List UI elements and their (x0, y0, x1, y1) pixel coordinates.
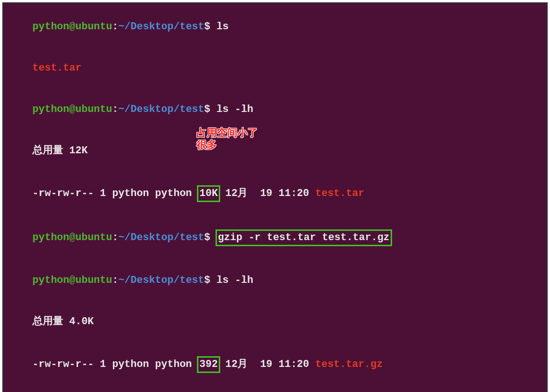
ls-date: 12月 19 11:20 (219, 359, 315, 370)
command-text: ls -lh (210, 104, 253, 115)
output-text: 总用量 4.0K (33, 316, 94, 327)
prompt-user: python@ubuntu (33, 21, 112, 33)
prompt-path: ~/Desktop/test (118, 21, 204, 33)
file-size-highlight: 392 (197, 356, 220, 373)
prompt-sep: : (112, 232, 118, 243)
file-name: test.tar (33, 62, 82, 74)
command-text: ls (210, 21, 229, 33)
prompt-dollar: $ (204, 232, 210, 243)
terminal-output: -rw-rw-r-- 1 python python 392 12月 19 11… (8, 343, 542, 387)
file-size-highlight: 10K (197, 185, 220, 202)
terminal-panel-1: python@ubuntu:~/Desktop/test$ ls test.ta… (2, 2, 548, 392)
terminal-line[interactable]: python@ubuntu:~/Desktop/test$ ls (8, 6, 542, 47)
ls-perms: -rw-rw-r-- 1 python python (33, 359, 198, 370)
prompt-sep: : (112, 274, 118, 286)
terminal-line[interactable]: python@ubuntu:~/Desktop/test$ ls -lh (8, 89, 542, 130)
ls-date: 12月 19 11:20 (219, 188, 315, 199)
prompt-sep: : (112, 104, 118, 115)
ls-perms: -rw-rw-r-- 1 python python (33, 188, 198, 199)
output-text: 总用量 12K (33, 145, 88, 157)
annotation-space-smaller: 占用空间小了 很多 (196, 128, 258, 152)
command-text: ls -lh (210, 274, 253, 286)
terminal-output: -rw-rw-r-- 1 python python 10K 12月 19 11… (8, 171, 542, 216)
prompt-path: ~/Desktop/test (118, 232, 204, 243)
prompt-path: ~/Desktop/test (118, 274, 204, 286)
terminal-line[interactable]: python@ubuntu:~/Desktop/test$ (8, 387, 542, 392)
command-text: gzip -r test.tar test.tar.gz (210, 232, 391, 243)
terminal-output: 总用量 4.0K (8, 301, 542, 342)
prompt-sep: : (112, 21, 118, 33)
terminal-line[interactable]: python@ubuntu:~/Desktop/test$ ls -lh (8, 260, 542, 301)
prompt-user: python@ubuntu (33, 104, 112, 115)
prompt-user: python@ubuntu (33, 232, 112, 243)
terminal-output: test.tar (8, 47, 542, 89)
prompt-dollar: $ (204, 274, 210, 286)
command-highlight: gzip -r test.tar test.tar.gz (216, 229, 392, 246)
terminal-output: 总用量 12K (8, 130, 542, 171)
prompt-dollar: $ (204, 21, 210, 33)
file-name: test.tar.gz (315, 359, 383, 370)
terminal-line[interactable]: python@ubuntu:~/Desktop/test$ gzip -r te… (8, 216, 542, 260)
prompt-path: ~/Desktop/test (118, 104, 204, 115)
prompt-user: python@ubuntu (33, 274, 112, 286)
file-name: test.tar (315, 188, 365, 199)
prompt-dollar: $ (204, 104, 210, 115)
